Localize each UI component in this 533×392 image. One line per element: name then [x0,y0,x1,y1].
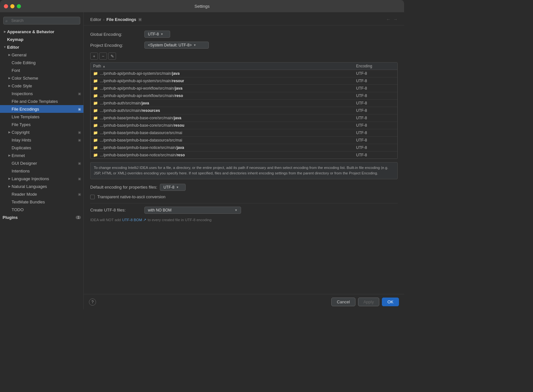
sidebar-item-label: Intentions [12,169,30,173]
sidebar-item-keymap[interactable]: Keymap [0,35,83,43]
sidebar-item-file-types[interactable]: File Types [0,121,83,128]
sidebar-item-live-templates[interactable]: Live Templates [0,113,83,121]
table-row[interactable]: 📁 .../pmhub-api/pmhub-api-workflow/src/m… [91,92,397,100]
sidebar-item-natural-languages[interactable]: ▶ Natural Languages [0,182,83,190]
sidebar-item-label: Code Style [12,83,32,88]
sidebar-item-plugins[interactable]: Plugins 1 [0,213,83,221]
sidebar-item-inlay-hints[interactable]: Inlay Hints ▣ [0,136,83,144]
pin-icon[interactable]: ▣ [138,17,142,22]
row-encoding: UTF-8 [356,86,395,91]
dropdown-arrow-icon: ▼ [235,209,237,212]
sidebar-item-todo[interactable]: TODO [0,206,83,213]
path-text: .../pmhub-base/pmhub-base-notice/src/mai… [100,145,184,150]
sidebar-item-file-code-templates[interactable]: File and Code Templates [0,97,83,105]
default-encoding-row: Default encoding for properties files: U… [90,184,398,191]
sidebar-item-label: Emmet [12,153,25,158]
sidebar-item-color-scheme[interactable]: ▶ Color Scheme [0,74,83,82]
global-encoding-row: Global Encoding: UTF-8 ▼ [90,31,398,38]
minimize-button[interactable] [10,4,15,8]
content-header: Editor › File Encodings ▣ ← → [84,12,404,25]
sidebar-item-general[interactable]: ▶ General [0,51,83,59]
sidebar-item-code-style[interactable]: ▶ Code Style [0,82,83,90]
sidebar-item-font[interactable]: Font [0,66,83,74]
folder-icon: 📁 [93,131,98,135]
table-row[interactable]: 📁 .../pmhub-base/pmhub-base-notice/src/m… [91,152,397,159]
sidebar-item-code-editing[interactable]: Code Editing [0,59,83,66]
column-encoding[interactable]: Encoding [356,64,395,68]
sidebar-item-label: Keymap [7,37,24,42]
sidebar-item-editor[interactable]: ▼ Editor [0,43,83,51]
sidebar-item-appearance[interactable]: ▶ Appearance & Behavior [0,28,83,35]
edit-encoding-button[interactable]: ✎ [108,53,116,60]
default-encoding-dropdown[interactable]: UTF-8 ▼ [160,184,186,191]
column-path-label: Path [93,64,101,68]
path-text: .../pmhub-base/pmhub-base-core/src/main/… [100,123,184,128]
project-encoding-dropdown[interactable]: <System Default: UTF-8> ▼ [144,42,209,49]
ok-button[interactable]: OK [382,298,399,306]
table-row[interactable]: 📁 .../pmhub-auth/src/main/resources UTF-… [91,107,397,114]
table-row[interactable]: 📁 .../pmhub-api/pmhub-api-system/src/mai… [91,77,397,85]
table-row[interactable]: 📁 .../pmhub-api/pmhub-api-system/src/mai… [91,70,397,77]
sidebar-item-inspections[interactable]: Inspections ▣ [0,90,83,97]
sidebar-item-label: Copyright [12,130,30,135]
sidebar-item-label: Live Templates [12,114,39,119]
utf8-bom-link[interactable]: UTF-8 BOM ↗ [122,218,146,222]
search-icon: ⌕ [5,19,8,23]
sidebar-item-file-encodings[interactable]: File Encodings ▣ [0,105,83,113]
close-button[interactable] [4,4,8,8]
column-path[interactable]: Path ▲ [93,64,356,68]
sidebar-item-intentions[interactable]: Intentions [0,167,83,175]
table-row[interactable]: 📁 .../pmhub-api/pmhub-api-workflow/src/m… [91,85,397,92]
table-row[interactable]: 📁 .../pmhub-base/pmhub-base-datasource/s… [91,129,397,137]
sidebar-item-duplicates[interactable]: Duplicates [0,144,83,152]
header-nav: ← → [386,17,398,22]
create-utf8-dropdown[interactable]: with NO BOM ▼ [144,207,241,214]
help-button[interactable]: ? [89,299,96,306]
sidebar-item-label: Code Editing [12,60,35,65]
title-bar: Settings [0,0,404,12]
row-encoding: UTF-8 [356,153,395,157]
row-encoding: UTF-8 [356,138,395,142]
sidebar-item-copyright[interactable]: ▶ Copyright ▣ [0,128,83,136]
sidebar-item-label: Editor [7,45,19,50]
table-row[interactable]: 📁 .../pmhub-base/pmhub-base-core/src/mai… [91,114,397,122]
chevron-right-icon: ▶ [3,29,7,34]
sidebar-item-label: Reader Mode [12,192,37,197]
row-encoding: UTF-8 [356,123,395,128]
row-path: 📁 .../pmhub-auth/src/main/resources [93,108,356,113]
dropdown-arrow-icon: ▼ [176,186,179,189]
chevron-down-icon: ▼ [3,45,7,49]
cancel-button[interactable]: Cancel [331,298,355,306]
sidebar-item-reader-mode[interactable]: Reader Mode ▣ [0,190,83,198]
back-arrow-icon[interactable]: ← [386,17,391,22]
forward-arrow-icon[interactable]: → [393,17,398,22]
maximize-button[interactable] [17,4,21,8]
global-encoding-label: Global Encoding: [90,32,142,37]
row-path: 📁 .../pmhub-api/pmhub-api-workflow/src/m… [93,93,356,98]
search-input[interactable] [3,17,80,24]
chevron-right-icon: ▶ [7,130,12,134]
transparent-conversion-checkbox[interactable] [90,195,95,199]
table-row[interactable]: 📁 .../pmhub-base/pmhub-base-datasource/s… [91,137,397,144]
sidebar-item-emmet[interactable]: ▶ Emmet [0,152,83,159]
pin-icon: ▣ [78,177,81,181]
table-row[interactable]: 📁 .../pmhub-auth/src/main/java UTF-8 [91,100,397,107]
sidebar-item-label: Font [12,68,20,73]
pin-icon: ▣ [78,138,81,142]
project-encoding-value: <System Default: UTF-8> [148,43,192,47]
default-encoding-value: UTF-8 [163,185,174,190]
row-path: 📁 .../pmhub-api/pmhub-api-system/src/mai… [93,79,356,83]
add-encoding-button[interactable]: + [90,53,98,60]
sidebar-item-label: TODO [12,207,24,212]
traffic-lights [4,4,21,8]
remove-encoding-button[interactable]: − [99,53,107,60]
row-encoding: UTF-8 [356,108,395,113]
table-row[interactable]: 📁 .../pmhub-base/pmhub-base-core/src/mai… [91,122,397,129]
global-encoding-dropdown[interactable]: UTF-8 ▼ [144,31,170,38]
sidebar-item-gui-designer[interactable]: GUI Designer ▣ [0,159,83,167]
table-row[interactable]: 📁 .../pmhub-base/pmhub-base-notice/src/m… [91,144,397,152]
sidebar-item-textmate-bundles[interactable]: TextMate Bundles [0,198,83,206]
create-utf8-label: Create UTF-8 files: [90,208,142,212]
sidebar-item-language-injections[interactable]: ▶ Language Injections ▣ [0,175,83,182]
apply-button[interactable]: Apply [358,298,380,306]
